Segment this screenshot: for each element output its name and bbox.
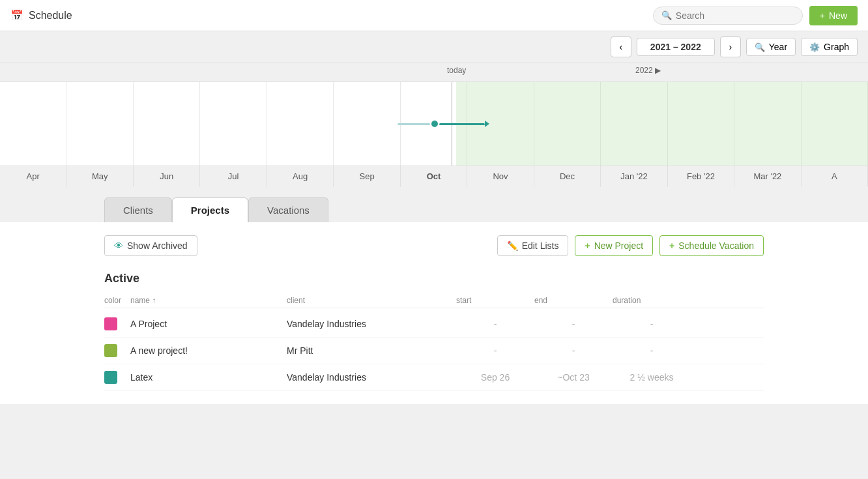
edit-lists-button[interactable]: ✏️ Edit Lists — [497, 235, 569, 256]
project-name: Latex — [130, 372, 287, 383]
search-box[interactable]: 🔍 — [653, 7, 803, 25]
col-header-4: end — [534, 296, 613, 305]
gantt-bar — [398, 121, 489, 127]
gantt-dot — [431, 121, 438, 127]
project-duration: - — [613, 319, 691, 329]
project-start: - — [456, 345, 534, 356]
month-label-3: Jul — [200, 166, 267, 187]
col-header-5: duration — [613, 296, 691, 305]
table-row[interactable]: A ProjectVandelay Industries--- — [104, 311, 764, 338]
month-label-5: Sep — [334, 166, 400, 187]
tab-projects[interactable]: Projects — [172, 197, 248, 222]
project-end: - — [534, 345, 613, 356]
app-title-area: 📅 Schedule — [10, 9, 72, 22]
chevron-right-icon: › — [729, 42, 732, 52]
plus-icon-vacation: + — [669, 240, 674, 251]
project-start: Sep 26 — [456, 372, 534, 383]
year-range-display: 2021 – 2022 — [637, 38, 715, 56]
tabs: ClientsProjectsVacations — [104, 197, 868, 222]
tab-clients[interactable]: Clients — [104, 197, 172, 222]
year-2022-label: 2022 ▶ — [635, 66, 661, 75]
month-label-6: Oct — [401, 166, 467, 187]
show-archived-button[interactable]: 👁 Show Archived — [104, 235, 197, 256]
tabs-section: ClientsProjectsVacations — [0, 187, 868, 222]
new-button[interactable]: + New — [809, 6, 858, 25]
timeline-grid — [0, 81, 868, 166]
eye-icon: 👁 — [114, 240, 123, 251]
tab-vacations[interactable]: Vacations — [248, 197, 328, 222]
chevron-left-icon: ‹ — [619, 42, 622, 52]
plus-icon: + — [585, 240, 590, 251]
project-duration: 2 ½ weeks — [613, 372, 691, 383]
project-duration: - — [613, 345, 691, 356]
project-name: A Project — [130, 319, 287, 329]
graph-view-button[interactable]: ⚙️ Graph — [801, 38, 858, 56]
timeline-months: AprMayJunJulAugSepOctNovDecJan '22Feb '2… — [0, 166, 868, 187]
color-swatch — [104, 317, 130, 330]
prev-period-button[interactable]: ‹ — [611, 36, 631, 57]
toolbar: ‹ 2021 – 2022 › 🔍 Year ⚙️ Graph — [0, 31, 868, 63]
gantt-bar-left — [398, 123, 430, 125]
month-label-0: Apr — [0, 166, 66, 187]
project-client: Mr Pitt — [287, 345, 456, 356]
action-row: 👁 Show Archived ✏️ Edit Lists + New Proj… — [104, 235, 764, 256]
timeline-container: today 2022 ▶ AprMayJunJulAugSepOctNovDec… — [0, 63, 868, 187]
gantt-arrow-icon — [485, 121, 489, 127]
gantt-bar-right — [439, 123, 485, 125]
col-header-1: name ↑ — [130, 296, 287, 305]
color-swatch — [104, 344, 130, 357]
today-label: today — [447, 66, 466, 75]
grid-col-4 — [200, 82, 267, 166]
month-label-4: Aug — [267, 166, 334, 187]
timeline-labels: today 2022 ▶ — [0, 63, 868, 81]
new-project-button[interactable]: + New Project — [575, 235, 653, 256]
project-start: - — [456, 319, 534, 329]
grid-col-3 — [134, 82, 200, 166]
month-label-10: Feb '22 — [668, 166, 734, 187]
table-row[interactable]: A new project!Mr Pitt--- — [104, 338, 764, 364]
header: 📅 Schedule 🔍 + New — [0, 0, 868, 31]
next-period-button[interactable]: › — [720, 36, 741, 57]
grid-col-6 — [334, 82, 400, 166]
project-client: Vandelay Industries — [287, 319, 456, 329]
month-label-1: May — [66, 166, 133, 187]
content-area: 👁 Show Archived ✏️ Edit Lists + New Proj… — [0, 222, 868, 404]
active-section-title: Active — [104, 272, 764, 285]
app-title: Schedule — [29, 10, 72, 22]
future-highlight — [456, 82, 868, 166]
table-row[interactable]: LatexVandelay IndustriesSep 26~Oct 232 ½… — [104, 364, 764, 391]
schedule-vacation-button[interactable]: + Schedule Vacation — [659, 235, 764, 256]
grid-col-5 — [267, 82, 334, 166]
month-label-9: Jan '22 — [601, 166, 667, 187]
project-end: ~Oct 23 — [534, 372, 613, 383]
pencil-icon: ✏️ — [507, 240, 518, 251]
month-label-11: Mar '22 — [734, 166, 801, 187]
zoom-icon: 🔍 — [755, 42, 765, 52]
month-label-8: Dec — [534, 166, 601, 187]
month-label-12: A — [802, 166, 868, 187]
header-actions: 🔍 + New — [653, 6, 858, 25]
col-header-2: client — [287, 296, 456, 305]
search-icon: 🔍 — [661, 10, 672, 20]
project-name: A new project! — [130, 345, 287, 356]
search-input[interactable] — [676, 10, 794, 21]
col-header-3: start — [456, 296, 534, 305]
table-body: A ProjectVandelay Industries---A new pro… — [104, 311, 764, 391]
month-label-7: Nov — [467, 166, 534, 187]
gear-icon: ⚙️ — [809, 42, 820, 52]
color-swatch — [104, 371, 130, 384]
calendar-icon: 📅 — [10, 9, 23, 22]
action-buttons-group: ✏️ Edit Lists + New Project + Schedule V… — [497, 235, 764, 256]
table-header: colorname ↑clientstartendduration — [104, 293, 764, 308]
month-label-2: Jun — [134, 166, 200, 187]
project-end: - — [534, 319, 613, 329]
col-header-0: color — [104, 296, 130, 305]
project-client: Vandelay Industries — [287, 372, 456, 383]
year-view-button[interactable]: 🔍 Year — [746, 38, 796, 56]
grid-col-1 — [0, 82, 66, 166]
grid-col-2 — [66, 82, 133, 166]
plus-icon: + — [820, 10, 825, 21]
